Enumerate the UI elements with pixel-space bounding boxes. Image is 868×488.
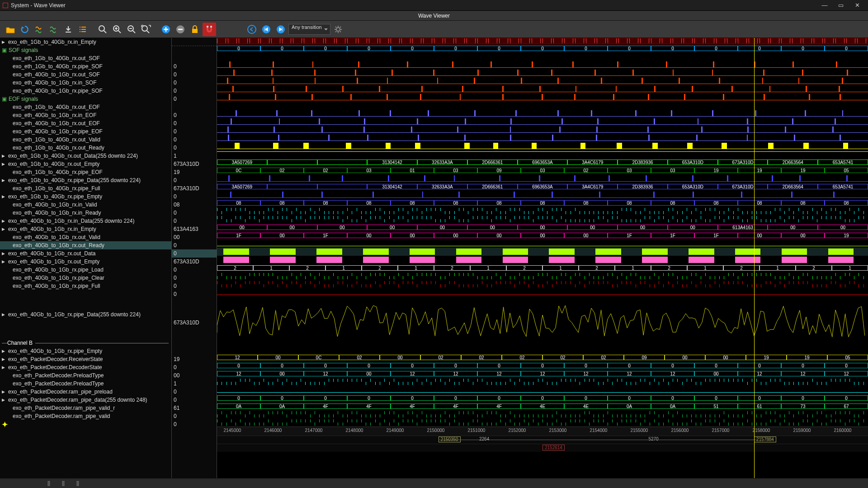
waveform-row[interactable]: 3A5072693130414232633A3A2D6663616963653A… xyxy=(217,158,868,166)
waveform-row[interactable]: 080808080808080808080808080808 xyxy=(217,199,868,207)
signal-row[interactable]: exo_eth_40Gb_to_1Gb_rx.pipe_Clear xyxy=(0,274,171,282)
status-handle[interactable] xyxy=(61,480,65,487)
waveform-row[interactable] xyxy=(217,61,868,69)
waveform-row[interactable] xyxy=(217,126,868,134)
waveform-row[interactable] xyxy=(217,248,868,256)
signal-row[interactable]: exo_eth_40Gb_to_1Gb_rx.pipe_Full xyxy=(0,282,171,290)
time-cursor[interactable] xyxy=(754,38,755,478)
settings-button[interactable] xyxy=(331,23,345,36)
marker-bar[interactable]: 2152614 xyxy=(217,444,868,452)
open-button[interactable] xyxy=(4,23,17,36)
waveform-row[interactable] xyxy=(217,256,868,264)
signal-row[interactable]: ▶ exo_eth_PacketDecoder.ReceiverState xyxy=(0,355,171,363)
signal-row[interactable]: ▣EOF signals xyxy=(0,95,171,103)
lock-button[interactable] xyxy=(188,23,202,36)
marker-bar[interactable]: 2150350226452702157884 xyxy=(217,436,868,444)
maximize-button[interactable]: ▭ xyxy=(833,2,849,9)
signal-row[interactable]: ▶ exo_eth_PacketDecoder.ram_pipe_data(25… xyxy=(0,396,171,404)
signal-row[interactable]: ▶ exo_eth_1Gb_to_40Gb_rx.out_Data(255 do… xyxy=(0,152,171,160)
waveform-row[interactable] xyxy=(217,296,868,345)
waveform-row[interactable] xyxy=(217,386,868,394)
waveform-row[interactable]: 12000C02000202020202090000191905 xyxy=(217,353,868,361)
waveform-row[interactable] xyxy=(217,345,868,353)
waveform-row[interactable] xyxy=(217,272,868,280)
signal-row[interactable]: exo_eth_1Gb_to_40Gb_rx.out_SOF xyxy=(0,54,171,62)
waveform-row[interactable] xyxy=(217,52,868,61)
signal-row[interactable]: ▶ exo_eth_1Gb_to_40Gb_rx.pipe_Empty xyxy=(0,192,171,201)
signal-row[interactable]: exo_eth_40Gb_to_1Gb_rx.out_EOF xyxy=(0,119,171,127)
wave-tool-2-button[interactable] xyxy=(47,23,61,36)
waveform-row[interactable] xyxy=(217,109,868,117)
list-button[interactable] xyxy=(76,23,90,36)
status-handle[interactable] xyxy=(47,480,51,487)
signal-row[interactable]: exo_eth_PacketDecoder.PreloadType xyxy=(0,371,171,380)
signal-row[interactable]: ▣SOF signals xyxy=(0,46,171,54)
waveform-row[interactable]: 00000000000000000000613A41630000 xyxy=(217,223,868,231)
waveform-row[interactable] xyxy=(217,174,868,183)
time-axis[interactable]: 2145000214600021470002148000214900021500… xyxy=(217,427,868,436)
signal-row[interactable]: ▶ exo_eth_PacketDecoder.DecoderState xyxy=(0,363,171,371)
signal-row[interactable]: exo_eth_40Gb_to_1Gb_rx.out_Valid xyxy=(0,233,171,241)
waveform-row[interactable] xyxy=(217,215,868,223)
waveform-row[interactable] xyxy=(217,191,868,199)
zoom-fit-button[interactable] xyxy=(96,23,109,36)
signal-row[interactable]: exo_eth_40Gb_to_1Gb_rx.in_Valid xyxy=(0,201,171,209)
zoom-out-button[interactable] xyxy=(125,23,138,36)
waveform-row[interactable] xyxy=(217,77,868,85)
waveform-row[interactable] xyxy=(217,418,868,427)
signal-row[interactable]: exo_eth_1Gb_to_40Gb_rx.out_EOF xyxy=(0,103,171,111)
signal-row[interactable]: exo_eth_40Gb_to_1Gb_rx.pipe_SOF xyxy=(0,87,171,95)
waveform-row[interactable]: 000000000000000 xyxy=(217,361,868,370)
waveform-row[interactable] xyxy=(217,410,868,418)
waveform-row[interactable] xyxy=(217,85,868,93)
signal-row[interactable]: exo_eth_40Gb_to_1Gb_rx.in_Ready xyxy=(0,209,171,217)
waveform-row[interactable] xyxy=(217,142,868,150)
time-marker[interactable]: 2264 xyxy=(477,436,491,441)
waveform-row[interactable] xyxy=(217,150,868,158)
close-button[interactable]: ✕ xyxy=(849,2,865,9)
waveform-row[interactable]: 0A0A4F4F4F4F4F4E4E0A0A51617367 xyxy=(217,402,868,410)
signal-row[interactable]: ▶ exo_eth_40Gb_to_1Gb_rx.in_Data(255 dow… xyxy=(0,217,171,225)
waveform-row[interactable] xyxy=(217,288,868,296)
signal-row[interactable]: exo_eth_40Gb_to_1Gb_rx.in_EOF xyxy=(0,111,171,119)
signal-row[interactable]: ▶ exo_eth_PacketDecoder.ram_pipe_preload xyxy=(0,388,171,396)
signal-row[interactable]: ▶ exo_eth_40Gb_to_1Gb_rx.out_Data xyxy=(0,249,171,258)
signal-row[interactable]: exo_eth_40Gb_to_1Gb_rx.pipe_Load xyxy=(0,266,171,274)
waveform-row[interactable] xyxy=(217,239,868,248)
waveform-row[interactable]: 3A5072693130414232633A3A2D6663616963653A… xyxy=(217,183,868,191)
waveform-row[interactable]: 120012001212121212121200121212 xyxy=(217,370,868,378)
waveform-row[interactable]: 0C0202030103090302030319191905 xyxy=(217,166,868,174)
waveform-row[interactable]: 1F001F0000000000001F1F1F000019 xyxy=(217,231,868,239)
snap-button[interactable] xyxy=(203,23,216,36)
time-marker[interactable]: 2157884 xyxy=(754,436,776,442)
signal-row[interactable]: ▶ exo_eth_40Gb_to_1Gb_rx.out_Empty xyxy=(0,258,171,266)
waveform-row[interactable]: 000000000000000 xyxy=(217,44,868,52)
signal-row[interactable]: exo_eth_1Gb_to_40Gb_rx.pipe_SOF xyxy=(0,62,171,70)
signal-row[interactable]: ▶ exo_eth_1Gb_to_40Gb_rx.in_Empty xyxy=(0,38,171,46)
signal-row[interactable]: exo_eth_40Gb_to_1Gb_rx.pipe_EOF xyxy=(0,127,171,136)
zoom-in-button[interactable] xyxy=(110,23,124,36)
signal-row[interactable]: exo_eth_40Gb_to_1Gb_rx.out_Ready xyxy=(0,241,171,249)
download-button[interactable] xyxy=(61,23,75,36)
reload-button[interactable] xyxy=(18,23,32,36)
signal-row[interactable]: exo_eth_40Gb_to_1Gb_rx.in_SOF xyxy=(0,79,171,87)
status-handle[interactable] xyxy=(76,480,80,487)
waveform-row[interactable] xyxy=(217,117,868,126)
signal-values-column[interactable]: 00000000001673A310D190673A310D00800613A4… xyxy=(172,38,217,478)
signal-row[interactable]: exo_eth_1Gb_to_40Gb_rx.out_Ready xyxy=(0,144,171,152)
signal-row[interactable]: exo_eth_1Gb_to_40Gb_rx.out_Valid xyxy=(0,136,171,144)
remove-button[interactable] xyxy=(174,23,187,36)
waveform-row[interactable] xyxy=(217,378,868,386)
waveform-row[interactable] xyxy=(217,101,868,109)
waveform-area[interactable]: 0000000000000003A5072693130414232633A3A2… xyxy=(217,38,868,478)
waveform-row[interactable] xyxy=(217,207,868,215)
waveform-row[interactable] xyxy=(217,69,868,77)
signal-names-column[interactable]: ▶ exo_eth_1Gb_to_40Gb_rx.in_Empty▣SOF si… xyxy=(0,38,172,478)
wave-tool-1-button[interactable] xyxy=(33,23,46,36)
signal-row[interactable]: ▶ exo_eth_1Gb_to_40Gb_rx.pipe_Data(255 d… xyxy=(0,176,171,184)
time-marker[interactable]: 2152614 xyxy=(542,445,565,450)
waveform-row[interactable] xyxy=(217,280,868,288)
signal-row[interactable]: ▶ exo_eth_40Gb_to_1Gb_rx.pipe_Empty xyxy=(0,347,171,355)
signal-row[interactable]: exo_eth_1Gb_to_40Gb_rx.pipe_Full xyxy=(0,184,171,192)
prev-edge-button[interactable] xyxy=(245,23,259,36)
